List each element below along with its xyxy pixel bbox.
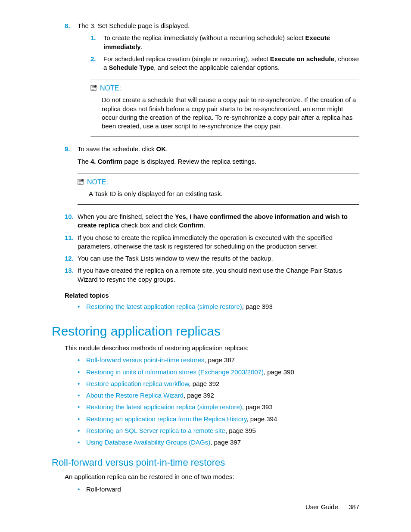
topic-link[interactable]: Roll-forward versus point-in-time restor… bbox=[86, 356, 204, 364]
section-links-list: Roll-forward versus point-in-time restor… bbox=[65, 356, 359, 447]
page-ref: , page 393 bbox=[242, 403, 273, 411]
bold-text: 4. Confirm bbox=[90, 158, 122, 165]
note-icon bbox=[78, 178, 85, 187]
substep-number: 1. bbox=[90, 34, 96, 42]
step-text: If you have created the replica on a rem… bbox=[78, 267, 342, 283]
step-text: When you are finished, select the bbox=[78, 213, 175, 220]
list-item: Restoring in units of information stores… bbox=[78, 368, 359, 376]
note-header: NOTE: bbox=[78, 178, 359, 187]
step-text: To save the schedule. click bbox=[78, 145, 156, 152]
list-item: Using Database Availability Groups (DAGs… bbox=[78, 438, 359, 447]
step-11: 11. If you chose to create the replica i… bbox=[65, 233, 359, 251]
page-ref: , page 392 bbox=[189, 380, 219, 387]
step-number: 8. bbox=[65, 22, 70, 30]
step-text: . bbox=[204, 221, 206, 229]
page-ref: , page 394 bbox=[246, 415, 277, 423]
list-item: Restoring the latest application replica… bbox=[78, 302, 359, 311]
step-number: 9. bbox=[65, 145, 70, 153]
main-step-list-cont2: 10. When you are finished, select the Ye… bbox=[52, 212, 359, 284]
list-item: Restoring an application replica from th… bbox=[78, 415, 359, 423]
topic-link[interactable]: About the Restore Replica Wizard bbox=[86, 392, 184, 399]
list-item: Roll-forward versus point-in-time restor… bbox=[78, 356, 359, 364]
step-text: The bbox=[78, 158, 90, 165]
bold-text: Confirm bbox=[179, 221, 204, 229]
topic-link[interactable]: Restoring an SQL Server replica to a rem… bbox=[86, 427, 225, 434]
note-header: NOTE: bbox=[90, 84, 359, 93]
main-step-list-cont: 9. To save the schedule. click OK. The 4… bbox=[52, 145, 359, 166]
step-8: 8. The 3. Set Schedule page is displayed… bbox=[65, 22, 359, 72]
related-topics: Related topics Restoring the latest appl… bbox=[65, 292, 359, 311]
list-item: Restoring the latest application replica… bbox=[78, 403, 359, 411]
step-number: 12. bbox=[65, 254, 74, 263]
section-title: Restoring application replicas bbox=[52, 324, 359, 339]
step-number: 11. bbox=[65, 233, 74, 242]
page-ref: , page 395 bbox=[225, 427, 256, 434]
note-body: A Task ID is only displayed for an exist… bbox=[78, 190, 359, 198]
topic-link[interactable]: Restoring in units of information stores… bbox=[86, 368, 264, 376]
substep-1: 1. To create the replica immediately (wi… bbox=[90, 34, 359, 51]
topic-link[interactable]: Restoring the latest application replica… bbox=[86, 403, 242, 411]
note-body: Do not create a schedule that will cause… bbox=[90, 96, 359, 131]
list-text: Roll-forward bbox=[86, 485, 121, 493]
substep-text: . bbox=[141, 43, 143, 50]
step-9: 9. To save the schedule. click OK. The 4… bbox=[65, 145, 359, 166]
note-block-2: NOTE: A Task ID is only displayed for an… bbox=[78, 174, 359, 205]
subsection-title: Roll-forward versus point-in-time restor… bbox=[52, 457, 359, 468]
substep-list: 1. To create the replica immediately (wi… bbox=[78, 34, 359, 72]
note-icon bbox=[90, 84, 98, 93]
page-ref: , page 393 bbox=[242, 303, 273, 310]
step-text: You can use the Task Lists window to vie… bbox=[78, 255, 273, 262]
step-number: 13. bbox=[65, 266, 74, 275]
step-text: check box and click bbox=[119, 221, 179, 229]
step-text: The 3. Set Schedule page is displayed. bbox=[78, 22, 190, 29]
footer-label: User Guide bbox=[305, 503, 338, 510]
section-intro: This module describes methods of restori… bbox=[65, 344, 359, 352]
step-text: If you chose to create the replica immed… bbox=[78, 234, 333, 250]
step-text: page is displayed. Review the replica se… bbox=[122, 158, 256, 165]
page-number: 387 bbox=[349, 503, 359, 510]
page-ref: , page 397 bbox=[210, 439, 241, 446]
substep-text: To create the replica immediately (witho… bbox=[103, 34, 305, 41]
page-ref: , page 392 bbox=[184, 392, 214, 399]
bold-text: OK bbox=[156, 145, 166, 152]
note-block-1: NOTE: Do not create a schedule that will… bbox=[90, 80, 359, 137]
subsection-list: Roll-forward bbox=[65, 485, 359, 494]
page-ref: , page 390 bbox=[264, 368, 294, 376]
note-label: NOTE: bbox=[87, 178, 108, 186]
step-12: 12. You can use the Task Lists window to… bbox=[65, 254, 359, 263]
step-number: 10. bbox=[65, 212, 74, 221]
topic-link[interactable]: Using Database Availability Groups (DAGs… bbox=[86, 439, 210, 446]
page-footer: User Guide 387 bbox=[305, 503, 359, 510]
step-10: 10. When you are finished, select the Ye… bbox=[65, 212, 359, 230]
list-item: Restore application replica workflow, pa… bbox=[78, 380, 359, 388]
related-topics-title: Related topics bbox=[65, 292, 359, 299]
substep-number: 2. bbox=[90, 55, 96, 63]
substep-2: 2. For scheduled replica creation (singl… bbox=[90, 55, 359, 72]
list-item: Roll-forward bbox=[78, 485, 359, 494]
main-step-list: 8. The 3. Set Schedule page is displayed… bbox=[52, 22, 359, 72]
step-text: . bbox=[166, 145, 168, 152]
substep-text: For scheduled replica creation (single o… bbox=[103, 55, 270, 62]
document-page: 8. The 3. Set Schedule page is displayed… bbox=[0, 0, 411, 518]
related-link[interactable]: Restoring the latest application replica… bbox=[86, 303, 242, 310]
topic-link[interactable]: Restore application replica workflow bbox=[86, 380, 189, 387]
list-item: About the Restore Replica Wizard, page 3… bbox=[78, 391, 359, 400]
step-para: The 4. Confirm page is displayed. Review… bbox=[78, 157, 359, 166]
bold-text: Schedule Type bbox=[109, 64, 154, 71]
step-13: 13. If you have created the replica on a… bbox=[65, 266, 359, 284]
subsection-intro: An application replica can be restored i… bbox=[65, 473, 359, 481]
note-label: NOTE: bbox=[100, 84, 121, 92]
page-ref: , page 387 bbox=[204, 356, 235, 364]
substep-text: , and select the applicable calendar opt… bbox=[154, 64, 280, 71]
related-topics-list: Restoring the latest application replica… bbox=[65, 302, 359, 311]
list-item: Restoring an SQL Server replica to a rem… bbox=[78, 426, 359, 435]
topic-link[interactable]: Restoring an application replica from th… bbox=[86, 415, 246, 423]
bold-text: Execute on schedule bbox=[270, 55, 334, 62]
